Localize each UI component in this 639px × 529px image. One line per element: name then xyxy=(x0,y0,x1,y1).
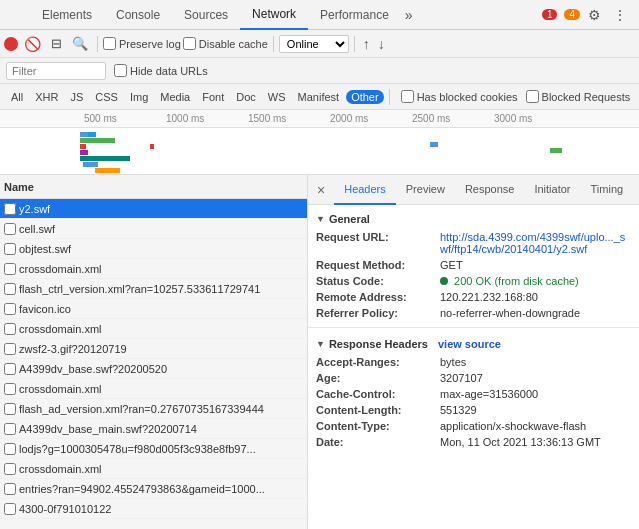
hide-data-urls-text: Hide data URLs xyxy=(130,65,208,77)
type-ws[interactable]: WS xyxy=(263,90,291,104)
general-section-title: General xyxy=(329,213,370,225)
list-item[interactable]: 4300-0f791010122 xyxy=(0,499,307,519)
row-checkbox[interactable] xyxy=(4,303,16,315)
tab-more-icon[interactable]: » xyxy=(401,7,417,23)
type-img[interactable]: Img xyxy=(125,90,153,104)
date-value: Mon, 11 Oct 2021 13:36:13 GMT xyxy=(440,436,601,448)
row-name: crossdomain.xml xyxy=(19,323,303,335)
list-item[interactable]: flash_ad_version.xml?ran=0.2767073516733… xyxy=(0,399,307,419)
record-button[interactable] xyxy=(4,37,18,51)
ruler-mark-1: 500 ms xyxy=(84,113,166,124)
more-menu-button[interactable]: ⋮ xyxy=(609,5,631,25)
hide-data-urls-label[interactable]: Hide data URLs xyxy=(114,64,208,77)
timeline-ruler: 500 ms 1000 ms 1500 ms 2000 ms 2500 ms 3… xyxy=(0,110,639,128)
row-checkbox[interactable] xyxy=(4,343,16,355)
row-name: flash_ad_version.xml?ran=0.2767073516733… xyxy=(19,403,303,415)
accept-ranges-label: Accept-Ranges: xyxy=(316,356,436,368)
accept-ranges-row: Accept-Ranges: bytes xyxy=(316,354,631,370)
list-item[interactable]: crossdomain.xml xyxy=(0,379,307,399)
list-item[interactable]: crossdomain.xml xyxy=(0,459,307,479)
type-css[interactable]: CSS xyxy=(90,90,123,104)
disable-cache-checkbox[interactable] xyxy=(183,37,196,50)
disable-cache-checkbox-label[interactable]: Disable cache xyxy=(183,37,268,50)
row-checkbox[interactable] xyxy=(4,283,16,295)
cache-control-label: Cache-Control: xyxy=(316,388,436,400)
preserve-log-checkbox[interactable] xyxy=(103,37,116,50)
tab-console[interactable]: Console xyxy=(104,0,172,30)
general-section-header[interactable]: ▼ General xyxy=(316,209,631,229)
timeline-chart[interactable] xyxy=(0,128,639,174)
row-checkbox[interactable] xyxy=(4,363,16,375)
row-checkbox[interactable] xyxy=(4,243,16,255)
tab-preview[interactable]: Preview xyxy=(396,175,455,205)
content-length-value: 551329 xyxy=(440,404,477,416)
type-all[interactable]: All xyxy=(6,90,28,104)
row-checkbox[interactable] xyxy=(4,423,16,435)
date-row: Date: Mon, 11 Oct 2021 13:36:13 GMT xyxy=(316,434,631,450)
row-name: crossdomain.xml xyxy=(19,383,303,395)
toolbar-separator-3 xyxy=(354,36,355,52)
tab-performance[interactable]: Performance xyxy=(308,0,401,30)
detail-panel: × Headers Preview Response Initiator Tim… xyxy=(308,175,639,529)
row-checkbox[interactable] xyxy=(4,503,16,515)
filter-input[interactable] xyxy=(6,62,106,80)
list-item[interactable]: objtest.swf xyxy=(0,239,307,259)
row-checkbox[interactable] xyxy=(4,203,16,215)
type-font[interactable]: Font xyxy=(197,90,229,104)
search-icon-button[interactable]: 🔍 xyxy=(68,33,92,55)
preserve-log-checkbox-label[interactable]: Preserve log xyxy=(103,37,181,50)
list-item[interactable]: y2.swf xyxy=(0,199,307,219)
export-button[interactable]: ↓ xyxy=(375,34,388,54)
svg-rect-7 xyxy=(83,162,98,167)
blocked-requests-label[interactable]: Blocked Requests xyxy=(526,90,631,103)
list-item[interactable]: flash_ctrl_version.xml?ran=10257.5336117… xyxy=(0,279,307,299)
type-manifest[interactable]: Manifest xyxy=(293,90,345,104)
list-item[interactable]: lodjs?g=1000305478u=f980d005f3c938e8fb97… xyxy=(0,439,307,459)
row-checkbox[interactable] xyxy=(4,483,16,495)
tab-network[interactable]: Network xyxy=(240,0,308,30)
row-checkbox[interactable] xyxy=(4,323,16,335)
tab-response[interactable]: Response xyxy=(455,175,525,205)
list-item[interactable]: A4399dv_base.swf?20200520 xyxy=(0,359,307,379)
cache-control-value: max-age=31536000 xyxy=(440,388,538,400)
request-method-row: Request Method: GET xyxy=(316,257,631,273)
throttling-select[interactable]: Online Offline Slow 3G Fast 3G xyxy=(279,35,349,53)
tab-elements[interactable]: Elements xyxy=(30,0,104,30)
row-checkbox[interactable] xyxy=(4,463,16,475)
type-media[interactable]: Media xyxy=(155,90,195,104)
list-item[interactable]: crossdomain.xml xyxy=(0,319,307,339)
age-value: 3207107 xyxy=(440,372,483,384)
type-js[interactable]: JS xyxy=(65,90,88,104)
row-checkbox[interactable] xyxy=(4,383,16,395)
clear-button[interactable]: 🚫 xyxy=(20,33,45,55)
settings-button[interactable]: ⚙ xyxy=(584,5,605,25)
tab-initiator[interactable]: Initiator xyxy=(524,175,580,205)
filter-icon-button[interactable]: ⊟ xyxy=(47,33,66,55)
blocked-requests-checkbox[interactable] xyxy=(526,90,539,103)
has-blocked-cookies-label[interactable]: Has blocked cookies xyxy=(401,90,518,103)
list-item[interactable]: entries?ran=94902.45524793863&gameid=100… xyxy=(0,479,307,499)
tab-sources[interactable]: Sources xyxy=(172,0,240,30)
tab-headers[interactable]: Headers xyxy=(334,175,396,205)
devtools-top-tabs: Elements Console Sources Network Perform… xyxy=(0,0,639,30)
view-source-link[interactable]: view source xyxy=(438,338,501,350)
row-checkbox[interactable] xyxy=(4,443,16,455)
general-section: ▼ General Request URL: http://sda.4399.c… xyxy=(308,205,639,325)
list-item[interactable]: cell.swf xyxy=(0,219,307,239)
close-detail-button[interactable]: × xyxy=(312,182,330,198)
type-other[interactable]: Other xyxy=(346,90,384,104)
list-item[interactable]: crossdomain.xml xyxy=(0,259,307,279)
response-headers-section-header[interactable]: ▼ Response Headers view source xyxy=(316,334,631,354)
import-button[interactable]: ↑ xyxy=(360,34,373,54)
type-doc[interactable]: Doc xyxy=(231,90,261,104)
tab-timing[interactable]: Timing xyxy=(581,175,634,205)
has-blocked-cookies-checkbox[interactable] xyxy=(401,90,414,103)
list-item[interactable]: zwsf2-3.gif?20120719 xyxy=(0,339,307,359)
row-checkbox[interactable] xyxy=(4,223,16,235)
row-checkbox[interactable] xyxy=(4,403,16,415)
row-checkbox[interactable] xyxy=(4,263,16,275)
list-item[interactable]: A4399dv_base_main.swf?20200714 xyxy=(0,419,307,439)
list-item[interactable]: favicon.ico xyxy=(0,299,307,319)
type-xhr[interactable]: XHR xyxy=(30,90,63,104)
hide-data-urls-checkbox[interactable] xyxy=(114,64,127,77)
